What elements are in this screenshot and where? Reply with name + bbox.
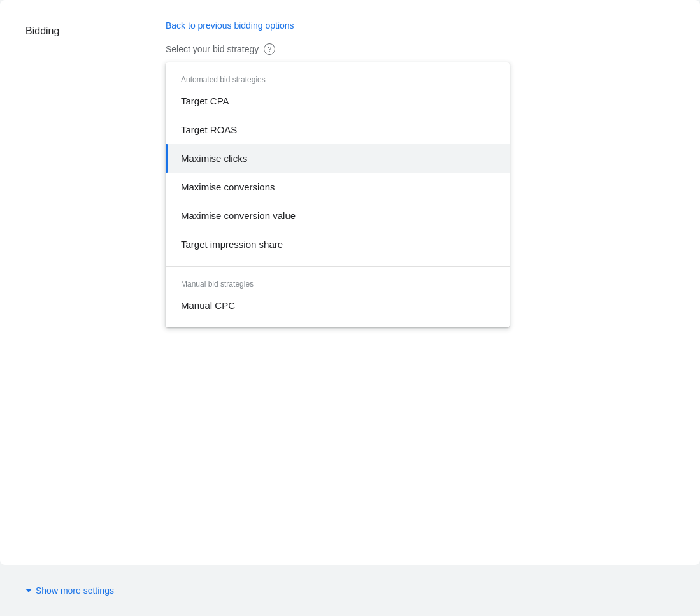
chevron-down-icon <box>25 589 32 592</box>
dropdown-item-maximise-conversion-value[interactable]: Maximise conversion value <box>166 201 510 230</box>
select-label-row: Select your bid strategy ? <box>166 43 675 55</box>
main-card: Bidding Back to previous bidding options… <box>0 0 700 565</box>
bidding-content: Back to previous bidding options Select … <box>166 20 675 327</box>
section-label: Bidding <box>25 20 166 37</box>
manual-cpc-label: Manual CPC <box>181 300 235 311</box>
manual-strategies-section: Manual bid strategies Manual CPC <box>166 266 510 327</box>
bid-strategy-dropdown: Automated bid strategies Target CPA Targ… <box>166 62 510 327</box>
automated-group-label: Automated bid strategies <box>166 70 510 87</box>
target-roas-label: Target ROAS <box>181 124 237 135</box>
target-cpa-label: Target CPA <box>181 96 229 106</box>
dropdown-item-manual-cpc[interactable]: Manual CPC <box>166 291 510 320</box>
dropdown-item-maximise-conversions[interactable]: Maximise conversions <box>166 173 510 201</box>
bottom-bar: Show more settings <box>0 565 700 616</box>
help-icon[interactable]: ? <box>264 43 275 55</box>
show-more-settings-label: Show more settings <box>36 585 114 596</box>
maximise-clicks-label: Maximise clicks <box>181 153 247 164</box>
automated-strategies-section: Automated bid strategies Target CPA Targ… <box>166 62 510 266</box>
target-impression-share-label: Target impression share <box>181 239 283 250</box>
maximise-conversion-value-label: Maximise conversion value <box>181 210 296 221</box>
select-bid-strategy-label: Select your bid strategy <box>166 44 259 54</box>
back-to-bidding-link[interactable]: Back to previous bidding options <box>166 20 675 31</box>
dropdown-item-target-roas[interactable]: Target ROAS <box>166 115 510 144</box>
maximise-conversions-label: Maximise conversions <box>181 182 275 192</box>
show-more-settings-button[interactable]: Show more settings <box>25 585 114 596</box>
page-container: Bidding Back to previous bidding options… <box>0 0 700 616</box>
manual-group-label: Manual bid strategies <box>166 275 510 291</box>
dropdown-item-target-impression-share[interactable]: Target impression share <box>166 230 510 259</box>
dropdown-item-maximise-clicks[interactable]: Maximise clicks <box>166 144 510 173</box>
dropdown-item-target-cpa[interactable]: Target CPA <box>166 87 510 115</box>
